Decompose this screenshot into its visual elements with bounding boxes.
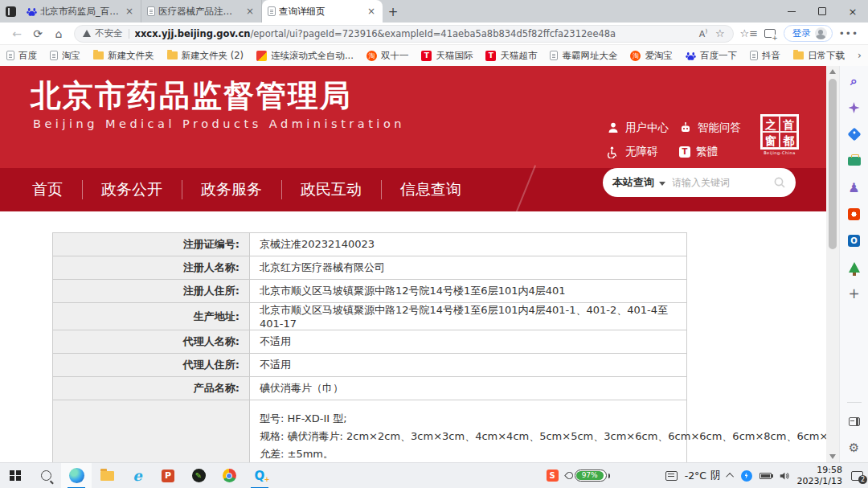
scroll-up-icon[interactable] xyxy=(829,69,836,74)
read-aloud-icon[interactable]: A) xyxy=(699,28,707,39)
new-tab-button[interactable] xyxy=(383,2,403,23)
browser-window: 北京市药监局_百度搜索 × 医疗器械产品注册信息 × 查询详细页 × × ← ⟳… xyxy=(0,0,868,488)
sidebar-outlook-icon[interactable] xyxy=(846,232,862,248)
nav-info-query[interactable]: 信息查询 xyxy=(381,179,481,200)
favorites-icon[interactable]: ☆≡ xyxy=(739,27,760,39)
traditional-chinese-link[interactable]: 繁體 xyxy=(679,145,718,159)
sidebar-office-icon[interactable] xyxy=(846,206,862,222)
site-subtitle: Beijing Medical Products Administration xyxy=(33,117,405,130)
taskbar-file-explorer-button[interactable] xyxy=(92,463,122,488)
search-icon xyxy=(41,470,51,481)
sidebar-tree-icon[interactable] xyxy=(846,259,862,275)
search-icon[interactable] xyxy=(773,176,786,189)
page-icon xyxy=(50,51,58,60)
tab-actions-button[interactable] xyxy=(0,0,21,23)
tab-device-registration-info[interactable]: 医疗器械产品注册信息 × xyxy=(141,0,262,23)
tab-close-icon[interactable]: × xyxy=(366,6,377,17)
site-search-input[interactable] xyxy=(672,177,773,188)
chevron-down-icon[interactable] xyxy=(659,182,665,186)
sidebar-games-icon[interactable]: ♟ xyxy=(846,179,862,195)
taskbar-ie-button[interactable]: e xyxy=(122,463,153,488)
bookmark-baidu[interactable]: 百度 xyxy=(6,50,37,62)
battery-tip xyxy=(608,474,610,478)
traditional-t-icon xyxy=(679,146,690,158)
page-scrollbar[interactable] xyxy=(826,66,839,462)
bookmark-tmall-global[interactable]: 天猫国际 xyxy=(421,50,473,62)
taskbar-q-app-button[interactable]: Q xyxy=(244,463,275,488)
more-menu-icon[interactable]: ••• xyxy=(836,28,862,39)
tab-close-icon[interactable]: × xyxy=(124,6,135,17)
hidden-icons-chevron[interactable] xyxy=(726,473,734,481)
sogou-input-icon[interactable]: S xyxy=(547,470,559,482)
weather-widget[interactable]: -2°C 阴 xyxy=(685,469,721,482)
sidebar-tools-icon[interactable] xyxy=(846,153,862,169)
speaker-icon[interactable] xyxy=(779,470,790,482)
bookmark-baidu-yixia[interactable]: 百度一下 xyxy=(686,50,737,62)
sidebar-add-icon[interactable]: + xyxy=(846,285,862,301)
back-button[interactable]: ← xyxy=(6,27,27,40)
nav-gov-services[interactable]: 政务服务 xyxy=(182,179,281,200)
flash-tray-icon[interactable] xyxy=(741,470,752,482)
login-button[interactable]: 登录 xyxy=(784,25,833,42)
bookmark-folder-new2[interactable]: 新建文件夹 (2) xyxy=(167,50,244,62)
browser-content: 北京市药品监督管理局 Beijing Medical Products Admi… xyxy=(0,66,868,462)
bookmark-duba-sites[interactable]: 毒霸网址大全 xyxy=(550,50,617,62)
taskbar-edge-button[interactable] xyxy=(61,463,92,488)
bookmark-daily-downloads[interactable]: 日常下载 xyxy=(793,50,845,62)
edge-icon xyxy=(69,468,84,483)
sidebar-search-icon[interactable]: ⌕ xyxy=(846,73,862,89)
sidebar-shopping-icon[interactable] xyxy=(846,126,862,142)
bookmark-tmall-market[interactable]: 天猫超市 xyxy=(485,50,537,62)
taskbar-search-button[interactable] xyxy=(31,463,61,488)
bookmark-taobao[interactable]: 淘宝 xyxy=(50,50,80,62)
table-row: 产品名称:碘伏消毒片（巾） xyxy=(53,377,686,400)
page-icon xyxy=(268,6,276,16)
collections-icon[interactable] xyxy=(764,29,776,38)
sidebar-discover-icon[interactable] xyxy=(846,100,862,116)
scroll-down-icon[interactable] xyxy=(829,454,836,459)
tab-title: 查询详细页 xyxy=(279,6,362,18)
start-button[interactable] xyxy=(0,463,31,488)
bookmarks-overflow-icon[interactable]: › xyxy=(858,50,862,61)
add-favorite-icon[interactable]: ☆ xyxy=(715,27,725,39)
taobao-icon xyxy=(366,51,377,61)
plug-icon xyxy=(564,470,575,481)
nav-public-interaction[interactable]: 政民互动 xyxy=(281,179,381,200)
scrollbar-thumb[interactable] xyxy=(829,79,837,249)
taskbar-clock[interactable]: 19:58 2023/1/13 xyxy=(797,465,842,487)
bookmark-double11[interactable]: 双十一 xyxy=(366,50,409,62)
bookmark-douyin[interactable]: 抖音 xyxy=(750,50,780,62)
battery-status: 97% xyxy=(566,470,610,482)
taskbar-notes-app-button[interactable] xyxy=(183,463,214,488)
notification-center-icon[interactable]: 2 xyxy=(851,471,863,481)
smart-qa-link[interactable]: 智能问答 xyxy=(679,121,741,135)
system-tray: S 97% -2°C 阴 19:58 2023/1/13 2 xyxy=(547,465,868,487)
taskbar-powerpoint-button[interactable] xyxy=(153,463,183,488)
nav-gov-disclosure[interactable]: 政务公开 xyxy=(82,179,182,200)
search-scope-dropdown[interactable]: 本站查询 xyxy=(612,175,654,190)
tab-close-icon[interactable]: × xyxy=(244,6,256,17)
maximize-button[interactable] xyxy=(807,0,837,23)
tab-baidu-search[interactable]: 北京市药监局_百度搜索 × xyxy=(21,0,141,23)
nav-home[interactable]: 首页 xyxy=(13,179,82,200)
bookmark-scroll-auto[interactable]: 连续滚动式全自动... xyxy=(256,50,354,62)
refresh-button[interactable]: ⟳ xyxy=(27,27,48,40)
sidebar-panel-icon[interactable] xyxy=(846,413,862,429)
internet-explorer-icon: e xyxy=(133,467,141,484)
sidebar-settings-gear-icon[interactable]: ⚙ xyxy=(846,440,862,456)
news-widget-icon[interactable] xyxy=(665,471,678,481)
bookmark-aitaobao[interactable]: 爱淘宝 xyxy=(630,50,673,62)
taskbar-chrome-button[interactable] xyxy=(214,463,244,488)
tab-query-detail-active[interactable]: 查询详细页 × xyxy=(262,0,383,23)
battery-tray-icon[interactable] xyxy=(760,473,772,479)
close-button[interactable]: × xyxy=(837,0,868,23)
address-bar[interactable]: 不安全 xxcx.yjj.beijing.gov.cn/eportal/ui?p… xyxy=(74,25,734,43)
q-browser-icon: Q xyxy=(255,469,265,483)
accessibility-link[interactable]: 无障碍 xyxy=(607,145,658,159)
bookmark-folder-new[interactable]: 新建文件夹 xyxy=(93,50,154,62)
user-center-link[interactable]: 用户中心 xyxy=(607,121,669,135)
security-label: 不安全 xyxy=(95,27,123,39)
minimize-button[interactable] xyxy=(776,0,807,23)
home-button[interactable]: ⌂ xyxy=(48,27,69,40)
page-icon xyxy=(550,51,558,60)
